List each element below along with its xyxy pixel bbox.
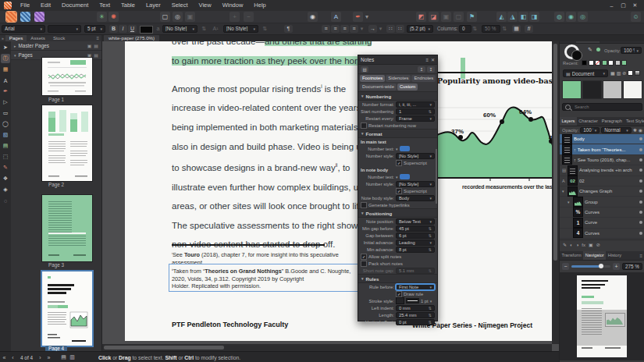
checkbox-superscript[interactable] [396, 160, 402, 166]
layer-row-group[interactable]: ▾Group [560, 197, 644, 207]
single-page-view-icon[interactable]: ▤ [59, 353, 68, 362]
flag-icon[interactable]: ⚑ [467, 12, 477, 22]
notes-panel-titlebar[interactable]: Notes ≡ ✕ [358, 55, 437, 65]
menu-document[interactable]: Document [56, 0, 94, 11]
rotate-cw-icon[interactable]: ◨ [529, 12, 539, 22]
layer-visibility-dot[interactable] [639, 190, 642, 193]
style-stepper-icon[interactable]: ⇅ [200, 25, 208, 33]
remove-layer-icon[interactable]: ⊘ [596, 242, 600, 247]
layer-row-body[interactable]: Body [560, 134, 644, 144]
first-page-button[interactable]: « [0, 353, 9, 362]
colour-swatch[interactable] [603, 80, 622, 99]
recent-swatch[interactable] [602, 60, 607, 66]
page-thumbnail-3[interactable] [42, 195, 92, 261]
open-document-icon[interactable]: ◎ [173, 12, 183, 22]
number-token-chip[interactable] [400, 174, 410, 179]
font-size-select[interactable]: 5 pt▾ [84, 25, 105, 33]
restore-button[interactable]: ▢ [617, 2, 629, 10]
layer-visibility-dot[interactable] [639, 201, 642, 204]
adjustment-layer-icon[interactable]: ◑ [576, 243, 579, 247]
indent-caret-icon[interactable]: ▾ [378, 25, 383, 33]
group-layers-icon[interactable]: ▣ [589, 242, 593, 247]
font-colour-swatch[interactable] [140, 26, 153, 34]
page-label-3[interactable]: Page 3 [11, 262, 101, 268]
paragraph-style-select[interactable]: [No Style]▾ [162, 25, 197, 33]
stepper-left-indent[interactable]: 0 mm⇅ [396, 305, 435, 311]
menu-table[interactable]: Table [116, 0, 141, 11]
layer-visibility-dot[interactable] [639, 179, 642, 183]
search-input[interactable] [573, 104, 639, 110]
tab-paragraph[interactable]: Paragraph [600, 117, 624, 126]
font-variant-select[interactable]: ▾ [48, 25, 81, 33]
tab-text-styles[interactable]: Text Styles [624, 117, 644, 126]
tab-layers[interactable]: Layers [560, 117, 577, 126]
app-logo-icon[interactable] [4, 2, 12, 9]
preview-mode-icon[interactable]: ◉ [308, 12, 318, 22]
insert-behind-icon[interactable]: ◍ [554, 12, 564, 22]
notes-tab-endnotes[interactable]: Endnotes [411, 75, 436, 82]
character-style-select[interactable]: [No Style]▾ [223, 25, 258, 33]
font-family-select[interactable]: Arial▾ [2, 25, 45, 33]
menu-edit[interactable]: Edit [35, 0, 56, 11]
persona-designer-icon[interactable] [20, 12, 30, 22]
number-token-chip[interactable] [400, 146, 410, 151]
vertical-scrollbar-thumb[interactable] [553, 44, 557, 261]
layer-row-curves[interactable]: 4Curves [560, 229, 644, 239]
go-to-note-icon[interactable]: ↥ [418, 66, 425, 73]
stepper-start-numbering-at[interactable]: 1⇅ [396, 108, 435, 115]
columns-input[interactable]: 0 [459, 25, 471, 33]
move-to-front-icon[interactable]: ◩ [416, 12, 426, 22]
panel-menu-icon[interactable]: ≡ [639, 254, 644, 258]
leading-select[interactable]: (5.2 pt)▾ [407, 25, 433, 33]
zoom-slider-thumb[interactable] [599, 264, 603, 268]
checkbox-allow-split-notes[interactable] [361, 254, 367, 260]
notes-tab-document-wide[interactable]: Document-wide [360, 83, 397, 90]
swatch-list-view-icon[interactable]: ▥ [617, 70, 621, 76]
layer-visibility-dot[interactable] [639, 221, 642, 224]
stepper-gap-between[interactable]: 6 pt⇅ [396, 232, 435, 239]
document-canvas[interactable]: over the past decade—and others that are… [101, 41, 559, 351]
select-initial-advance[interactable]: Leading▾ [396, 240, 435, 246]
style-stepper2-icon[interactable]: ⇅ [261, 25, 269, 33]
gradient-chip[interactable] [635, 70, 640, 76]
swatch-category-select[interactable]: ▤ Document▾ [563, 69, 608, 77]
go-to-reference-icon[interactable]: ↧ [427, 66, 435, 73]
scale-input[interactable]: 50 % [482, 25, 500, 33]
recent-swatch[interactable] [589, 60, 594, 66]
frame-text-tool-icon[interactable]: Ⓣ [1, 54, 10, 63]
pen-presets-icon[interactable]: ✒ [353, 12, 363, 22]
new-document-icon[interactable]: ▢ [160, 12, 170, 22]
vector-crop-tool-icon[interactable]: ⬚ [1, 152, 10, 161]
master-options-icon[interactable]: ▤ [94, 43, 98, 48]
last-page-button[interactable]: » [44, 353, 53, 362]
close-icon[interactable]: ✕ [431, 57, 435, 62]
edit-all-layers-icon[interactable]: ✎ [563, 242, 567, 247]
vertical-scrollbar[interactable] [552, 41, 559, 344]
place-image-tool-icon[interactable]: ▤ [1, 141, 10, 151]
close-button[interactable]: ✕ [629, 2, 641, 10]
ligatures-button[interactable]: fi [525, 25, 533, 33]
no-colour-icon[interactable]: ⊘ [622, 70, 626, 76]
master-pages-header[interactable]: ▸ Master Pages ▣ ▤ [11, 41, 101, 51]
rectangle-tool-icon[interactable]: ▭ [1, 108, 10, 118]
ellipse-tool-icon[interactable]: ◯ [1, 119, 10, 129]
recent-swatch[interactable] [595, 60, 600, 66]
tab-history[interactable]: History [606, 251, 623, 260]
layer-row-curve[interactable]: 1Curve [560, 218, 644, 228]
tab-stock[interactable]: Stock [49, 34, 69, 41]
page-thumbnail-4[interactable] [42, 272, 92, 346]
layer-effects-icon[interactable]: fx [582, 243, 585, 247]
stroke-preview[interactable] [406, 298, 419, 303]
menu-layer[interactable]: Layer [141, 0, 166, 11]
chevron-down-icon[interactable]: ▾ [562, 189, 566, 193]
indent-button[interactable]: → [368, 25, 377, 33]
picture-frame-tool-icon[interactable]: ▧ [1, 130, 10, 140]
document-tab[interactable]: white-paper (275.0%) [104, 34, 159, 41]
checkbox-superscript[interactable] [396, 188, 402, 194]
checkbox-pack-short-notes[interactable] [361, 261, 367, 267]
white-chip[interactable] [628, 70, 633, 76]
add-page-icon[interactable]: ▣ [87, 52, 92, 58]
align-right-button[interactable]: ≡ [340, 25, 349, 33]
recent-swatch[interactable] [608, 60, 614, 66]
select-number-style[interactable]: [No Style]▾ [396, 153, 435, 159]
